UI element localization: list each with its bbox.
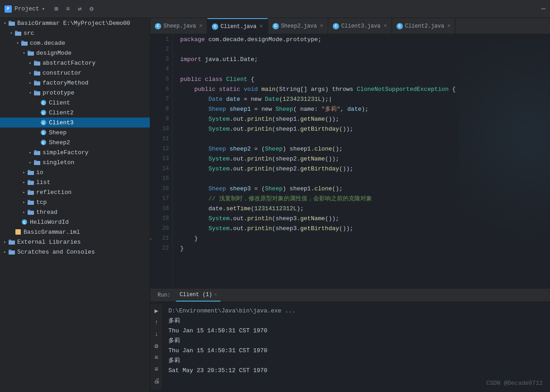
code-line-7[interactable]: Date date = new Date(1234231231L);| — [180, 94, 543, 104]
toolbar-icon-list[interactable]: ≡ — [63, 4, 73, 14]
sidebar-item-com-decade[interactable]: com.decade — [0, 38, 150, 48]
sidebar-item-tcp[interactable]: tcp — [0, 197, 150, 207]
code-token: Client — [226, 76, 251, 83]
sidebar-item-client2-file[interactable]: CClient2 — [0, 108, 150, 118]
sidebar-item-factoryMethod[interactable]: factoryMethod — [0, 78, 150, 88]
code-token: sheep2 — [230, 146, 251, 152]
tab-close-button[interactable]: × — [383, 23, 387, 29]
tab-close-button[interactable]: × — [447, 23, 450, 29]
tab-client2[interactable]: CClient2.java× — [392, 18, 456, 34]
tab-label: Client.java — [220, 24, 256, 30]
sidebar-item-src[interactable]: src — [0, 28, 150, 38]
code-line-10[interactable]: System.out.println(sheep1.getBirthday())… — [180, 124, 543, 134]
code-line-2[interactable] — [180, 44, 543, 54]
code-line-19[interactable]: System.out.println(sheep3.getName()); — [180, 213, 543, 223]
sidebar-item-singleton[interactable]: singleton — [0, 157, 150, 167]
sidebar-item-designMode[interactable]: designMode — [0, 48, 150, 58]
toolbar-icon-grid[interactable]: ⊞ — [51, 4, 61, 14]
code-line-13[interactable]: System.out.println(sheep2.getName()); — [180, 154, 543, 164]
code-token: Sheep — [265, 185, 282, 192]
tree-item-label: io — [36, 169, 43, 176]
code-line-5[interactable]: public class Client { — [180, 74, 543, 84]
folder-arrow-icon — [2, 249, 8, 255]
sidebar-item-external-libs[interactable]: External Libraries — [0, 237, 150, 247]
settings-button[interactable]: ⚙ — [152, 341, 162, 351]
sidebar-item-abstractFactory[interactable]: abstractFactory — [0, 58, 150, 68]
sidebar-item-client3-file[interactable]: CClient3 — [0, 118, 150, 128]
code-lines[interactable]: package com.decade.designMode.prototype;… — [173, 34, 550, 288]
scroll-down-button[interactable]: ↓ — [152, 329, 162, 339]
code-line-9[interactable]: System.out.println(sheep1.getName()); — [180, 114, 543, 124]
sidebar-item-sheep2-file[interactable]: CSheep2 — [0, 137, 150, 147]
wrap-button[interactable]: ≡ — [152, 353, 162, 363]
code-line-20[interactable]: System.out.println(sheep3.getBirthday())… — [180, 223, 543, 233]
bottom-content: ▶↑↓⚙≡≡🖨 D:\Environment\Java\bin\java.exe… — [150, 302, 550, 392]
run-button[interactable]: ▶ — [152, 306, 162, 316]
scroll-up-button[interactable]: ↑ — [152, 317, 162, 327]
sidebar-item-project-root[interactable]: BasicGrammar E:\MyProject\Demo00 — [0, 18, 150, 28]
code-line-4[interactable] — [180, 64, 543, 74]
code-token: = ( — [251, 185, 265, 192]
code-line-18[interactable]: date.setTime(12314112312L); — [180, 203, 543, 213]
tab-client3[interactable]: CClient3.java× — [328, 18, 392, 34]
line-number-10: 10 — [150, 124, 169, 134]
folder-arrow-icon — [21, 169, 27, 175]
filter-button[interactable]: ≡ — [152, 364, 162, 374]
sidebar-item-sheep-file[interactable]: CSheep — [0, 128, 150, 137]
code-line-17[interactable]: // 浅复制时，修改原型对象的属性值，会影响之前的克隆对象 — [180, 194, 543, 203]
code-line-15[interactable] — [180, 174, 543, 184]
code-line-12[interactable]: Sheep sheep2 = (Sheep) sheep1.clone(); — [180, 144, 543, 154]
code-line-14[interactable]: System.out.println(sheep2.getBirthday())… — [180, 164, 543, 174]
code-line-11[interactable] — [180, 134, 543, 144]
sidebar-item-client-file[interactable]: CClient — [0, 98, 150, 108]
code-line-8[interactable]: Sheep sheep1 = new Sheep( name: "多莉", da… — [180, 104, 543, 114]
tree-item-label: simpleFactory — [43, 149, 88, 156]
tab-client[interactable]: CClient.java× — [207, 18, 268, 34]
tab-sheep[interactable]: CSheep.java× — [150, 18, 207, 34]
toolbar-icon-arrows[interactable]: ⇄ — [75, 4, 85, 14]
code-line-6[interactable]: public static void main(String[] args) t… — [180, 84, 543, 94]
code-line-21[interactable]: } — [180, 233, 543, 243]
run-sidebar: ▶↑↓⚙≡≡🖨 — [150, 304, 163, 390]
tree-item-label: thread — [36, 209, 57, 216]
sidebar-item-simpleFactory[interactable]: simpleFactory — [0, 147, 150, 157]
svg-rect-5 — [21, 41, 24, 42]
sidebar-item-reflection[interactable]: reflection — [0, 187, 150, 197]
code-token: );| — [321, 96, 332, 103]
bottom-tab-client1[interactable]: Client (1) × — [176, 289, 221, 302]
sidebar-item-prototype[interactable]: prototype — [0, 88, 150, 98]
folder-closed-icon — [8, 238, 15, 246]
svg-rect-38 — [28, 211, 34, 215]
bottom-tab-run[interactable]: Run: — [154, 289, 174, 302]
print-button[interactable]: 🖨 — [152, 376, 162, 386]
tab-sheep2[interactable]: CSheep2.java× — [268, 18, 328, 34]
sidebar-item-scratches[interactable]: Scratches and Consoles — [0, 247, 150, 257]
folder-open-icon — [21, 39, 28, 47]
editor-content[interactable]: 1234▶5▶67891011121314151617181920🔖2122 p… — [150, 34, 550, 288]
folder-arrow-icon — [2, 239, 8, 245]
code-line-16[interactable]: Sheep sheep3 = (Sheep) sheep1.clone(); — [180, 184, 543, 194]
code-line-22[interactable]: } — [180, 243, 543, 253]
code-token: Sheep — [180, 106, 230, 113]
sidebar-item-io[interactable]: io — [0, 167, 150, 177]
folder-arrow-icon — [27, 159, 33, 165]
tab-close-button[interactable]: × — [320, 23, 323, 29]
line-number-4: 4 — [150, 64, 169, 74]
tab-close-button[interactable]: × — [259, 24, 263, 30]
svg-rect-1 — [9, 21, 11, 22]
code-line-1[interactable]: package com.decade.designMode.prototype; — [180, 34, 543, 44]
toolbar-icon-settings[interactable]: ⚙ — [86, 4, 96, 14]
svg-rect-34 — [28, 191, 34, 195]
sidebar-item-basicgrammar-iml[interactable]: BasicGrammar.iml — [0, 227, 150, 237]
project-label: Project — [14, 5, 39, 12]
dropdown-icon[interactable]: ▾ — [42, 6, 45, 12]
bottom-tab-close-button[interactable]: × — [214, 292, 217, 298]
minimize-button[interactable]: — — [541, 5, 545, 13]
code-line-3[interactable]: import java.util.Date; — [180, 54, 543, 64]
sidebar-item-list[interactable]: list — [0, 177, 150, 187]
code-token: ; — [318, 36, 321, 43]
tab-close-button[interactable]: × — [199, 23, 202, 29]
sidebar-item-constructor[interactable]: constructor — [0, 68, 150, 78]
sidebar-item-helloworld[interactable]: CHelloWordId — [0, 217, 150, 227]
sidebar-item-thread[interactable]: thread — [0, 207, 150, 217]
